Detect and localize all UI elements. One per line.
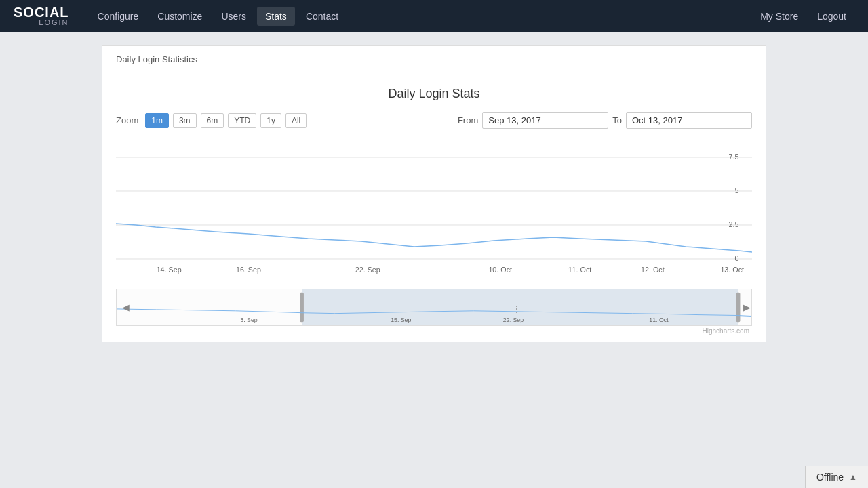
- svg-text:10. Oct: 10. Oct: [488, 266, 512, 274]
- svg-rect-15: [117, 289, 302, 325]
- navigator[interactable]: 3. Sep 15. Sep 22. Sep 11. Oct ◀ ▶ ⋮: [116, 289, 752, 326]
- svg-text:5: 5: [734, 186, 738, 195]
- breadcrumb: Daily Login Statistics: [102, 45, 766, 73]
- navigator-svg: 3. Sep 15. Sep 22. Sep 11. Oct ◀ ▶ ⋮: [117, 289, 751, 325]
- svg-rect-19: [736, 293, 741, 322]
- chart-line: [116, 224, 752, 252]
- svg-text:▶: ▶: [743, 302, 751, 312]
- zoom-all[interactable]: All: [285, 113, 307, 128]
- navbar-left: SOCIAL LOGIN Configure Customize Users S…: [14, 5, 347, 26]
- from-label: From: [458, 115, 478, 125]
- breadcrumb-text: Daily Login Statistics: [116, 54, 197, 64]
- zoom-3m[interactable]: 3m: [173, 113, 197, 128]
- nav-users[interactable]: Users: [213, 7, 254, 26]
- chart-container: Daily Login Stats Zoom 1m 3m 6m YTD 1y A…: [102, 73, 766, 342]
- nav-customize[interactable]: Customize: [149, 7, 210, 26]
- nav-stats[interactable]: Stats: [257, 7, 295, 26]
- nav-contact[interactable]: Contact: [298, 7, 347, 26]
- svg-text:15. Sep: 15. Sep: [391, 317, 411, 323]
- chart-area: 7.5 5 2.5 0 14. Sep 16. Sep 22. Sep 10. …: [116, 137, 752, 286]
- navbar: SOCIAL LOGIN Configure Customize Users S…: [0, 0, 868, 32]
- svg-text:12. Oct: 12. Oct: [641, 266, 665, 274]
- svg-text:0: 0: [734, 254, 738, 262]
- svg-text:16. Sep: 16. Sep: [236, 266, 261, 274]
- navbar-right: My Store Logout: [752, 7, 854, 26]
- nav-my-store[interactable]: My Store: [752, 7, 806, 26]
- svg-text:3. Sep: 3. Sep: [240, 317, 258, 323]
- logo-social: SOCIAL: [14, 5, 69, 19]
- zoom-ytd[interactable]: YTD: [228, 113, 256, 128]
- from-date-input[interactable]: [482, 112, 608, 129]
- chart-controls: Zoom 1m 3m 6m YTD 1y All From To: [116, 112, 752, 129]
- svg-text:22. Sep: 22. Sep: [503, 317, 524, 323]
- page-wrapper: Daily Login Statistics Daily Login Stats…: [95, 45, 773, 342]
- svg-text:⋮: ⋮: [512, 304, 521, 314]
- zoom-label: Zoom: [116, 115, 138, 125]
- svg-text:◀: ◀: [122, 302, 130, 312]
- to-date-input[interactable]: [626, 112, 752, 129]
- logo: SOCIAL LOGIN: [14, 5, 69, 26]
- zoom-1y[interactable]: 1y: [260, 113, 281, 128]
- svg-text:11. Oct: 11. Oct: [649, 317, 669, 323]
- nav-configure[interactable]: Configure: [90, 7, 147, 26]
- svg-text:11. Oct: 11. Oct: [568, 266, 592, 274]
- chart-title: Daily Login Stats: [116, 87, 752, 101]
- highcharts-credit: Highcharts.com: [116, 327, 752, 335]
- svg-text:14. Sep: 14. Sep: [157, 266, 182, 274]
- svg-rect-18: [300, 293, 304, 322]
- nav-links: Configure Customize Users Stats Contact: [90, 7, 347, 26]
- svg-text:13. Oct: 13. Oct: [720, 266, 744, 274]
- to-label: To: [612, 115, 622, 125]
- svg-text:7.5: 7.5: [729, 152, 739, 161]
- zoom-section: Zoom 1m 3m 6m YTD 1y All: [116, 113, 307, 128]
- logo-login: LOGIN: [14, 19, 69, 26]
- zoom-1m[interactable]: 1m: [145, 113, 169, 128]
- svg-text:22. Sep: 22. Sep: [355, 266, 380, 274]
- svg-text:2.5: 2.5: [729, 220, 739, 228]
- zoom-6m[interactable]: 6m: [201, 113, 224, 128]
- date-range: From To: [458, 112, 752, 129]
- chart-svg: 7.5 5 2.5 0 14. Sep 16. Sep 22. Sep 10. …: [116, 137, 752, 286]
- nav-logout[interactable]: Logout: [809, 7, 854, 26]
